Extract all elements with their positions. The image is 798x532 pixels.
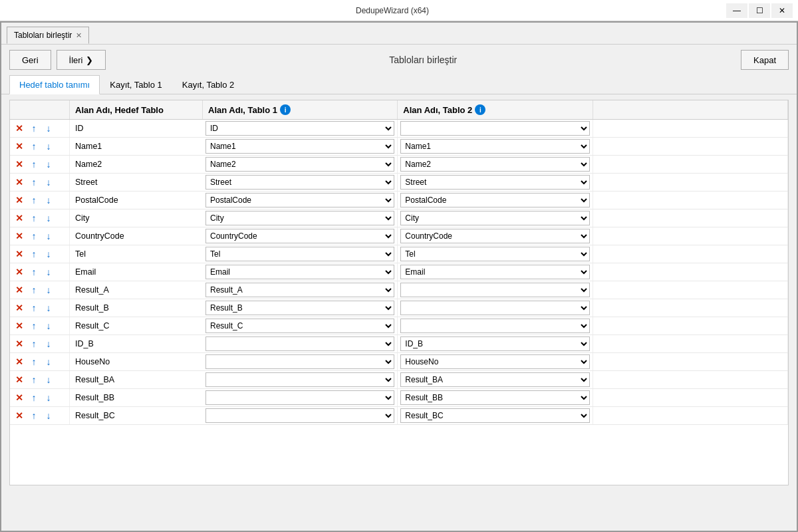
table2-select[interactable]: Name1Name2StreetPostalCodeCityCountryCod… [400,301,589,315]
table1-select[interactable]: IDName1Name2StreetPostalCodeCityCountryC… [205,175,394,190]
table2-select[interactable]: Name1Name2StreetPostalCodeCityCountryCod… [400,354,589,369]
tab-kayit-tablo1[interactable]: Kayıt, Tablo 1 [100,75,172,94]
delete-row-button[interactable]: ✕ [13,355,26,368]
move-down-button[interactable]: ↓ [42,283,55,297]
move-up-button[interactable]: ↑ [27,373,41,386]
move-up-button[interactable]: ↑ [27,158,41,171]
table2-select[interactable]: Name1Name2StreetPostalCodeCityCountryCod… [400,175,589,190]
move-up-button[interactable]: ↑ [27,176,41,189]
move-down-button[interactable]: ↓ [42,140,55,153]
table1-select[interactable]: IDName1Name2StreetPostalCodeCityCountryC… [205,139,394,154]
table1-select[interactable]: IDName1Name2StreetPostalCodeCityCountryC… [205,283,394,297]
table1-select[interactable]: IDName1Name2StreetPostalCodeCityCountryC… [205,408,394,423]
move-up-button[interactable]: ↑ [27,391,41,404]
table1-select[interactable]: IDName1Name2StreetPostalCodeCityCountryC… [205,157,394,172]
move-down-button[interactable]: ↓ [42,409,55,422]
table1-select[interactable]: IDName1Name2StreetPostalCodeCityCountryC… [205,193,394,207]
table1-select[interactable]: IDName1Name2StreetPostalCodeCityCountryC… [205,265,394,279]
delete-row-button[interactable]: ✕ [13,301,26,315]
move-down-button[interactable]: ↓ [42,373,55,386]
delete-row-button[interactable]: ✕ [13,319,26,332]
table2-select[interactable]: Name1Name2StreetPostalCodeCityCountryCod… [400,211,589,225]
move-up-button[interactable]: ↑ [27,229,41,243]
delete-row-button[interactable]: ✕ [13,140,26,153]
move-down-button[interactable]: ↓ [42,247,55,261]
tab-kayit-tablo2[interactable]: Kayıt, Tablo 2 [172,75,245,94]
table1-select[interactable]: IDName1Name2StreetPostalCodeCityCountryC… [205,301,394,315]
delete-row-button[interactable]: ✕ [13,409,26,422]
delete-row-button[interactable]: ✕ [13,391,26,404]
delete-row-button[interactable]: ✕ [13,229,26,243]
delete-row-button[interactable]: ✕ [13,265,26,279]
table2-info-icon[interactable]: i [475,104,485,115]
table1-select[interactable]: IDName1Name2StreetPostalCodeCityCountryC… [205,319,394,333]
delete-row-button[interactable]: ✕ [13,337,26,350]
delete-row-button[interactable]: ✕ [13,211,26,225]
move-down-button[interactable]: ↓ [42,194,55,207]
table1-select[interactable]: IDName1Name2StreetPostalCodeCityCountryC… [205,372,394,387]
tab-close-icon[interactable]: ✕ [76,31,82,40]
back-button[interactable]: Geri [9,50,51,70]
table1-select[interactable]: IDName1Name2StreetPostalCodeCityCountryC… [205,247,394,261]
kapat-button[interactable]: Kapat [741,50,789,70]
delete-row-button[interactable]: ✕ [13,194,26,207]
move-up-button[interactable]: ↑ [27,355,41,368]
main-tab[interactable]: Tabloları birleştir ✕ [7,27,89,44]
table1-select[interactable]: IDName1Name2StreetPostalCodeCityCountryC… [205,229,394,243]
next-button[interactable]: İleri ❯ [57,50,106,70]
table2-select[interactable]: Name1Name2StreetPostalCodeCityCountryCod… [400,283,589,297]
move-up-button[interactable]: ↑ [27,140,41,153]
move-down-button[interactable]: ↓ [42,391,55,404]
move-down-button[interactable]: ↓ [42,176,55,189]
minimize-button[interactable]: — [726,3,747,18]
move-up-button[interactable]: ↑ [27,301,41,315]
move-down-button[interactable]: ↓ [42,337,55,350]
move-up-button[interactable]: ↑ [27,122,41,135]
close-window-button[interactable]: ✕ [771,3,793,18]
table1-select[interactable]: IDName1Name2StreetPostalCodeCityCountryC… [205,354,394,369]
table1-select[interactable]: IDName1Name2StreetPostalCodeCityCountryC… [205,211,394,225]
move-up-button[interactable]: ↑ [27,319,41,332]
tab-hedef-tablo[interactable]: Hedef tablo tanımı [9,75,100,94]
table2-select[interactable]: Name1Name2StreetPostalCodeCityCountryCod… [400,408,589,423]
move-up-button[interactable]: ↑ [27,211,41,225]
table1-select[interactable]: IDName1Name2StreetPostalCodeCityCountryC… [205,390,394,405]
table2-select[interactable]: Name1Name2StreetPostalCodeCityCountryCod… [400,247,589,261]
table2-select[interactable]: Name1Name2StreetPostalCodeCityCountryCod… [400,336,589,351]
table2-select[interactable]: Name1Name2StreetPostalCodeCityCountryCod… [400,139,589,154]
table1-select[interactable]: IDName1Name2StreetPostalCodeCityCountryC… [205,121,394,136]
main-window: Tabloları birleştir ✕ Geri İleri ❯ Tablo… [0,21,798,532]
move-up-button[interactable]: ↑ [27,337,41,350]
move-down-button[interactable]: ↓ [42,122,55,135]
table2-select[interactable]: Name1Name2StreetPostalCodeCityCountryCod… [400,193,589,207]
move-up-button[interactable]: ↑ [27,409,41,422]
table-row: ✕↑↓PostalCodeIDName1Name2StreetPostalCod… [10,192,788,209]
move-up-button[interactable]: ↑ [27,265,41,279]
delete-row-button[interactable]: ✕ [13,373,26,386]
delete-row-button[interactable]: ✕ [13,122,26,135]
move-down-button[interactable]: ↓ [42,265,55,279]
move-down-button[interactable]: ↓ [42,301,55,315]
move-down-button[interactable]: ↓ [42,211,55,225]
move-down-button[interactable]: ↓ [42,355,55,368]
delete-row-button[interactable]: ✕ [13,247,26,261]
table1-select[interactable]: IDName1Name2StreetPostalCodeCityCountryC… [205,336,394,351]
move-up-button[interactable]: ↑ [27,283,41,297]
table2-select[interactable]: Name1Name2StreetPostalCodeCityCountryCod… [400,319,589,333]
delete-row-button[interactable]: ✕ [13,158,26,171]
table2-select[interactable]: Name1Name2StreetPostalCodeCityCountryCod… [400,372,589,387]
table2-select[interactable]: Name1Name2StreetPostalCodeCityCountryCod… [400,229,589,243]
move-down-button[interactable]: ↓ [42,319,55,332]
table2-select[interactable]: Name1Name2StreetPostalCodeCityCountryCod… [400,157,589,172]
delete-row-button[interactable]: ✕ [13,283,26,297]
delete-row-button[interactable]: ✕ [13,176,26,189]
move-down-button[interactable]: ↓ [42,158,55,171]
move-down-button[interactable]: ↓ [42,229,55,243]
maximize-button[interactable]: ☐ [749,3,770,18]
move-up-button[interactable]: ↑ [27,194,41,207]
table2-select[interactable]: Name1Name2StreetPostalCodeCityCountryCod… [400,390,589,405]
table2-select[interactable]: Name1Name2StreetPostalCodeCityCountryCod… [400,265,589,279]
move-up-button[interactable]: ↑ [27,247,41,261]
table1-info-icon[interactable]: i [280,104,291,115]
table2-select[interactable]: Name1Name2StreetPostalCodeCityCountryCod… [400,121,589,136]
